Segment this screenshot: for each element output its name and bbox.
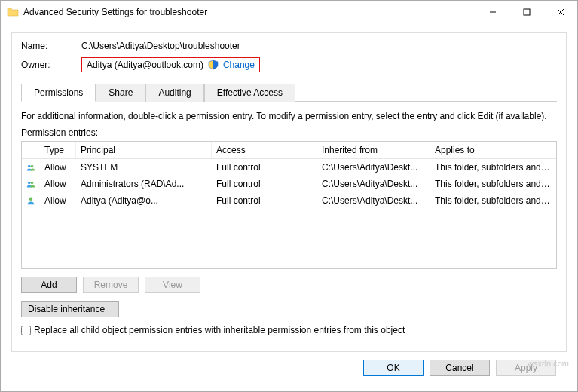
col-inherited[interactable]: Inherited from [317, 142, 430, 158]
cancel-button[interactable]: Cancel [430, 360, 490, 376]
cell-access: Full control [212, 178, 317, 190]
window-title: Advanced Security Settings for troublesh… [23, 7, 476, 17]
cell-principal: SYSTEM [76, 161, 212, 173]
table-row[interactable]: AllowSYSTEMFull controlC:\Users\Aditya\D… [22, 159, 556, 176]
view-button[interactable]: View [145, 277, 200, 293]
table-row[interactable]: AllowAditya (Aditya@o...Full controlC:\U… [22, 192, 556, 209]
tabs: Permissions Share Auditing Effective Acc… [21, 83, 557, 101]
svg-point-7 [31, 182, 34, 185]
cell-inherited: C:\Users\Aditya\Deskt... [317, 161, 430, 173]
content-area: Name: C:\Users\Aditya\Desktop\troublesho… [1, 23, 577, 391]
info-text: For additional information, double-click… [21, 111, 557, 121]
col-principal[interactable]: Principal [76, 142, 212, 158]
name-label: Name: [21, 41, 81, 51]
svg-point-6 [28, 182, 31, 185]
replace-checkbox-row: Replace all child object permission entr… [21, 325, 557, 335]
tab-permissions[interactable]: Permissions [21, 84, 96, 102]
tab-share[interactable]: Share [96, 84, 145, 102]
titlebar: Advanced Security Settings for troublesh… [1, 1, 577, 23]
minimize-button[interactable] [476, 1, 509, 23]
grid-header: Type Principal Access Inherited from App… [22, 142, 556, 159]
owner-row: Owner: Aditya (Aditya@outlook.com) Chang… [21, 57, 557, 72]
svg-line-3 [558, 9, 564, 15]
name-value: C:\Users\Aditya\Desktop\troubleshooter [81, 41, 240, 51]
svg-point-5 [31, 165, 34, 168]
apply-button[interactable]: Apply [496, 360, 556, 376]
svg-line-2 [558, 9, 564, 15]
tab-effective-access[interactable]: Effective Access [204, 84, 295, 102]
add-button[interactable]: Add [21, 277, 77, 293]
cell-access: Full control [212, 194, 317, 207]
shield-icon [208, 60, 219, 70]
cell-applies: This folder, subfolders and files [430, 161, 556, 173]
remove-button[interactable]: Remove [83, 277, 139, 293]
disable-inheritance-button[interactable]: Disable inheritance [21, 301, 119, 317]
close-button[interactable] [543, 1, 577, 23]
replace-checkbox[interactable] [21, 326, 31, 335]
cell-inherited: C:\Users\Aditya\Deskt... [317, 194, 430, 207]
entries-label: Permission entries: [21, 127, 557, 138]
owner-value: Aditya (Aditya@outlook.com) [87, 60, 203, 70]
principal-icon [22, 161, 40, 174]
window: Advanced Security Settings for troublesh… [0, 0, 578, 392]
folder-icon [7, 6, 19, 18]
principal-icon [22, 177, 40, 191]
window-buttons [476, 1, 577, 23]
cell-principal: Administrators (RAD\Ad... [76, 178, 212, 190]
cell-principal: Aditya (Aditya@o... [76, 194, 212, 207]
col-applies[interactable]: Applies to [430, 142, 556, 158]
owner-box: Aditya (Aditya@outlook.com) Change [81, 57, 260, 72]
cell-applies: This folder, subfolders and files [430, 194, 556, 207]
cell-inherited: C:\Users\Aditya\Deskt... [317, 178, 430, 190]
owner-label: Owner: [21, 60, 81, 70]
cell-type: Allow [40, 161, 76, 173]
col-icon[interactable] [22, 142, 40, 158]
col-type[interactable]: Type [40, 142, 76, 158]
grid-body: AllowSYSTEMFull controlC:\Users\Aditya\D… [22, 159, 556, 209]
cell-access: Full control [212, 161, 317, 173]
change-owner-link[interactable]: Change [223, 60, 255, 70]
tab-auditing[interactable]: Auditing [145, 84, 203, 102]
name-row: Name: C:\Users\Aditya\Desktop\troublesho… [21, 41, 557, 51]
main-panel: Name: C:\Users\Aditya\Desktop\troublesho… [11, 32, 567, 352]
dialog-footer: OK Cancel Apply [11, 352, 567, 384]
grid-buttons: Add Remove View [21, 277, 557, 293]
principal-icon [22, 194, 40, 207]
cell-applies: This folder, subfolders and files [430, 178, 556, 190]
ok-button[interactable]: OK [363, 360, 424, 376]
maximize-button[interactable] [509, 1, 543, 23]
cell-type: Allow [40, 178, 76, 190]
cell-type: Allow [40, 194, 76, 207]
col-access[interactable]: Access [212, 142, 317, 158]
svg-point-4 [28, 165, 31, 168]
permission-grid[interactable]: Type Principal Access Inherited from App… [21, 141, 557, 269]
table-row[interactable]: AllowAdministrators (RAD\Ad...Full contr… [22, 176, 556, 192]
svg-point-8 [29, 198, 33, 201]
svg-rect-1 [524, 9, 530, 15]
replace-checkbox-label: Replace all child object permission entr… [34, 325, 405, 335]
